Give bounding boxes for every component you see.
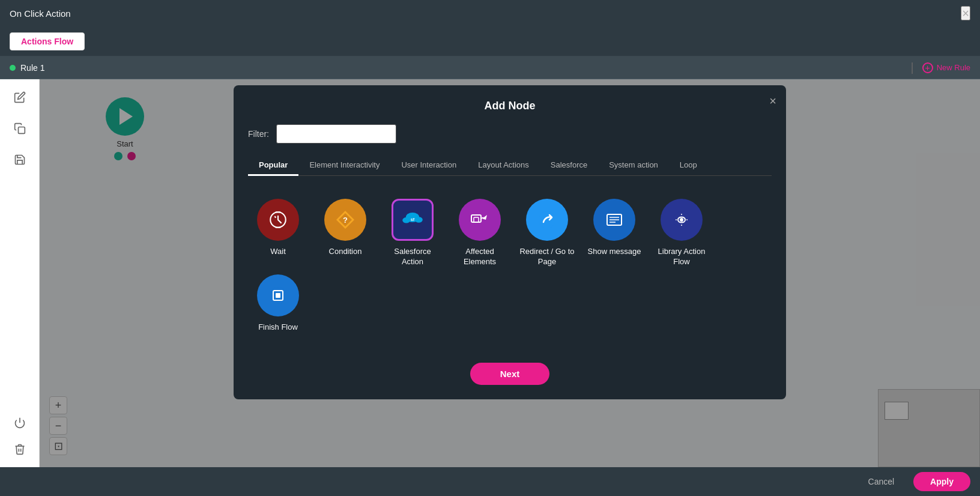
wait-icon	[257, 199, 299, 241]
tab-loop[interactable]: Loop	[669, 156, 708, 176]
modal-footer: Next	[248, 363, 772, 385]
filter-label: Filter:	[248, 129, 269, 139]
edit-icon[interactable]	[9, 86, 31, 108]
divider-line: |	[910, 61, 913, 74]
apply-button[interactable]: Apply	[913, 472, 970, 491]
tab-bar: Actions Flow	[0, 26, 980, 56]
affected-elements-label: Affected Elements	[450, 247, 510, 267]
filter-row: Filter:	[248, 124, 772, 144]
node-salesforce-action[interactable]: sf Salesforce Action	[383, 199, 443, 267]
redirect-label: Redirect / Go to Page	[517, 247, 577, 267]
svg-rect-0	[18, 127, 25, 134]
tab-salesforce[interactable]: Salesforce	[540, 156, 598, 176]
finish-flow-icon	[257, 274, 299, 316]
redirect-icon	[526, 199, 568, 241]
save-icon[interactable]	[9, 149, 31, 171]
node-show-message[interactable]: Show message	[584, 199, 644, 267]
canvas-area: Start + − ⊡ Add Node × Filter:	[40, 79, 980, 467]
workspace: Start + − ⊡ Add Node × Filter:	[0, 79, 980, 467]
modal-overlay: Add Node × Filter: Popular Element Inter…	[40, 79, 980, 467]
filter-input[interactable]	[276, 124, 396, 144]
next-button[interactable]: Next	[470, 363, 550, 385]
svg-point-8	[415, 217, 423, 223]
svg-point-13	[539, 211, 555, 228]
condition-icon: ?	[324, 199, 366, 241]
svg-rect-22	[276, 293, 280, 298]
node-condition[interactable]: ? Condition	[315, 199, 375, 267]
new-rule-icon: +	[922, 62, 933, 73]
tab-popular[interactable]: Popular	[248, 156, 298, 176]
affected-elements-icon	[459, 199, 501, 241]
tab-layout-actions[interactable]: Layout Actions	[467, 156, 540, 176]
node-redirect[interactable]: Redirect / Go to Page	[517, 199, 577, 267]
copy-icon[interactable]	[9, 118, 31, 139]
dialog-title: On Click Action	[10, 8, 71, 19]
rule-label: Rule 1	[10, 63, 44, 73]
svg-rect-11	[474, 217, 479, 222]
svg-point-19	[680, 218, 683, 222]
top-bar-close-button[interactable]: ×	[961, 6, 970, 20]
rule-status-dot	[10, 65, 16, 71]
node-grid: Wait ? Condition	[248, 193, 772, 345]
add-node-modal: Add Node × Filter: Popular Element Inter…	[234, 85, 786, 399]
library-action-flow-icon	[661, 199, 703, 241]
tab-user-interaction[interactable]: User Interaction	[390, 156, 467, 176]
new-rule-label: New Rule	[937, 63, 970, 72]
actions-flow-tab[interactable]: Actions Flow	[10, 32, 85, 50]
new-rule-button[interactable]: | + New Rule	[910, 61, 970, 74]
node-wait[interactable]: Wait	[248, 199, 308, 267]
svg-rect-10	[471, 215, 481, 222]
salesforce-icon: sf	[392, 199, 434, 241]
modal-title: Add Node	[248, 100, 772, 112]
svg-text:?: ?	[343, 216, 348, 225]
node-affected-elements[interactable]: Affected Elements	[450, 199, 510, 267]
trash-icon[interactable]	[9, 438, 31, 460]
rule-name: Rule 1	[20, 63, 44, 73]
left-sidebar	[0, 79, 40, 467]
tab-element-interactivity[interactable]: Element Interactivity	[298, 156, 390, 176]
tab-system-action[interactable]: System action	[598, 156, 669, 176]
library-action-flow-label: Library Action Flow	[652, 247, 712, 267]
bottom-bar: Cancel Apply	[0, 467, 980, 496]
modal-tabs: Popular Element Interactivity User Inter…	[248, 156, 772, 176]
wait-label: Wait	[270, 247, 286, 257]
show-message-icon	[593, 199, 635, 241]
node-finish-flow[interactable]: Finish Flow	[248, 274, 308, 333]
show-message-label: Show message	[588, 247, 641, 257]
condition-label: Condition	[329, 247, 362, 257]
svg-text:sf: sf	[411, 217, 415, 222]
top-bar: On Click Action ×	[0, 0, 980, 26]
cancel-button[interactable]: Cancel	[856, 472, 907, 491]
finish-flow-label: Finish Flow	[258, 322, 298, 333]
node-library-action-flow[interactable]: Library Action Flow	[652, 199, 712, 267]
svg-point-7	[402, 217, 410, 223]
salesforce-label: Salesforce Action	[383, 247, 443, 267]
modal-close-button[interactable]: ×	[769, 95, 776, 107]
rule-bar: Rule 1 | + New Rule	[0, 56, 980, 79]
power-icon[interactable]	[9, 412, 31, 434]
